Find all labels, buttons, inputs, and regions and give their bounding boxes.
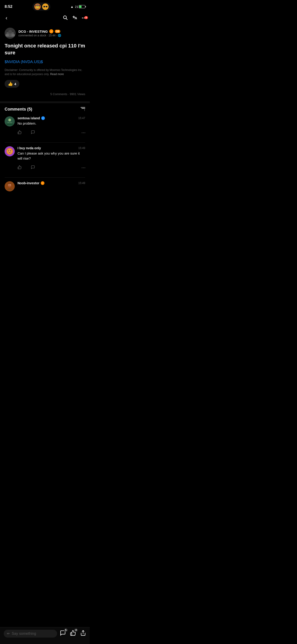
author-avatar — [4, 28, 16, 39]
comment-header-row-1: sentosa island ✓ 15:47 — [18, 116, 85, 120]
comment-separator-1 — [4, 142, 85, 142]
sort-line-1 — [80, 107, 85, 108]
comment-body-2: I buy nvda only 15:49 Can I please ask y… — [18, 146, 85, 176]
post-title: Tonight once released cpi 110 I'm sure — [4, 42, 85, 56]
reply-icon-1 — [31, 130, 35, 136]
comment-like-button-1[interactable] — [18, 129, 22, 137]
battery-body — [79, 5, 85, 8]
dynamic-island-avatar-2: 🕶️ — [42, 4, 48, 10]
svg-point-15 — [8, 150, 9, 151]
sort-button[interactable]: ↑ — [80, 107, 85, 112]
svg-point-18 — [8, 184, 12, 187]
post-section: DCG - INVESTING ✓ 18 commented on a stoc… — [0, 24, 90, 101]
nav-badge: 9 — [84, 16, 88, 19]
comment-body-3: Noob-investor ✓ 15:49 — [18, 181, 85, 192]
search-icon[interactable] — [62, 15, 68, 21]
svg-rect-8 — [12, 34, 15, 36]
comment-separator-2 — [4, 177, 85, 178]
battery-label: 21 — [75, 5, 78, 8]
comments-header: Comments (5) ↑ — [4, 107, 85, 112]
comment-actions-1 — [18, 129, 85, 137]
comment-author-info-1: sentosa island ✓ — [18, 116, 45, 120]
stock-tag[interactable]: $NVIDIA (NVDA.US)$ — [4, 60, 85, 64]
author-name-row: DCG - INVESTING ✓ 18 — [18, 29, 85, 34]
more-options-icon[interactable]: 9 — [82, 18, 86, 18]
comment-text-2: Can I please ask you why you are sure it… — [18, 151, 85, 161]
comment-more-button-2[interactable] — [82, 168, 85, 168]
comment-author-name-2: I buy nvda only — [18, 146, 41, 150]
svg-point-16 — [10, 150, 11, 151]
disclaimer-text: Disclaimer: Community is offered by Moom… — [4, 68, 82, 76]
comment-item-3: Noob-investor ✓ 15:49 — [4, 181, 85, 192]
author-name: DCG - INVESTING — [18, 30, 48, 34]
section-divider — [0, 101, 90, 103]
status-bar: 8:52 🤠 🕶️ ▲ 21 — [0, 0, 90, 12]
wifi-icon: ▲ — [70, 5, 74, 8]
thumbs-up-icon: 👍 — [8, 81, 13, 86]
nav-right: 9 — [62, 15, 86, 21]
comment-verified-badge-3: ✓ — [41, 181, 44, 185]
comment-time-3: 15:49 — [78, 182, 85, 185]
reply-icon-2 — [31, 165, 35, 170]
comment-verified-badge-1: ✓ — [41, 116, 45, 120]
comment-author-name-1: sentosa island — [18, 116, 40, 120]
sort-arrow-icon: ↑ — [84, 108, 85, 112]
status-time: 8:52 — [4, 4, 12, 9]
like-count: 4 — [14, 82, 16, 86]
post-author: DCG - INVESTING ✓ 18 commented on a stoc… — [4, 28, 85, 39]
comment-body-1: sentosa island ✓ 15:47 No problem. — [18, 116, 85, 140]
comment-more-button-1[interactable] — [82, 132, 85, 133]
comments-title: Comments (5) — [4, 107, 32, 112]
comment-avatar-2 — [4, 146, 15, 156]
comment-like-button-2[interactable] — [18, 164, 22, 172]
comment-avatar-3 — [4, 181, 15, 192]
comment-time-1: 15:47 — [78, 116, 85, 120]
comment-time-2: 15:49 — [78, 146, 85, 150]
comment-actions-2 — [18, 164, 85, 172]
dynamic-island: 🤠 🕶️ — [32, 2, 50, 11]
author-meta: commented on a stock · 15:44 · 🌐 — [18, 34, 85, 37]
status-center: 🤠 🕶️ — [32, 2, 50, 11]
translate-icon[interactable] — [72, 15, 77, 21]
comment-reply-button-1[interactable] — [31, 129, 35, 137]
comment-header-row-3: Noob-investor ✓ 15:49 — [18, 181, 85, 185]
status-right: ▲ 21 — [70, 5, 85, 8]
battery-fill — [79, 6, 82, 8]
svg-rect-7 — [6, 34, 9, 36]
stats-row: 5 Comments · 9901 Views — [4, 90, 85, 98]
comment-text-1: No problem. — [18, 121, 85, 126]
globe-icon: 🌐 — [58, 34, 61, 37]
comment-author-info-2: I buy nvda only — [18, 146, 41, 150]
dynamic-island-avatar-1: 🤠 — [34, 4, 41, 10]
back-button[interactable]: ‹ — [4, 14, 9, 22]
reactions-row: 👍 4 — [4, 80, 85, 88]
author-meta-text: commented on a stock · 15:44 · — [18, 34, 57, 37]
comment-header-row-2: I buy nvda only 15:49 — [18, 146, 85, 150]
svg-line-1 — [66, 18, 67, 20]
battery-container: 21 — [75, 5, 85, 8]
comments-section: Comments (5) ↑ sentosa island ✓ 15:47 — [0, 103, 90, 191]
author-info: DCG - INVESTING ✓ 18 commented on a stoc… — [18, 29, 85, 37]
comment-author-name-3: Noob-investor — [18, 181, 39, 185]
comment-item-1: sentosa island ✓ 15:47 No problem. — [4, 116, 85, 140]
read-more-button[interactable]: Read more — [50, 72, 64, 76]
disclaimer: Disclaimer: Community is offered by Moom… — [4, 68, 85, 76]
svg-point-20 — [10, 184, 11, 186]
comment-reply-button-2[interactable] — [31, 164, 35, 172]
comment-author-info-3: Noob-investor ✓ — [18, 181, 44, 185]
badge-number: 18 — [55, 30, 60, 33]
like-icon-1 — [18, 130, 22, 136]
stats-text: 5 Comments · 9901 Views — [50, 92, 86, 96]
like-icon-2 — [18, 165, 22, 170]
comment-item-2: I buy nvda only 15:49 Can I please ask y… — [4, 146, 85, 176]
nav-bar: ‹ 9 — [0, 12, 90, 24]
svg-point-10 — [8, 118, 11, 122]
svg-point-6 — [8, 30, 12, 34]
svg-point-19 — [8, 184, 10, 186]
svg-rect-11 — [6, 123, 13, 125]
like-button[interactable]: 👍 4 — [4, 80, 19, 88]
verified-badge: ✓ — [49, 29, 54, 34]
comment-avatar-1 — [4, 116, 15, 126]
